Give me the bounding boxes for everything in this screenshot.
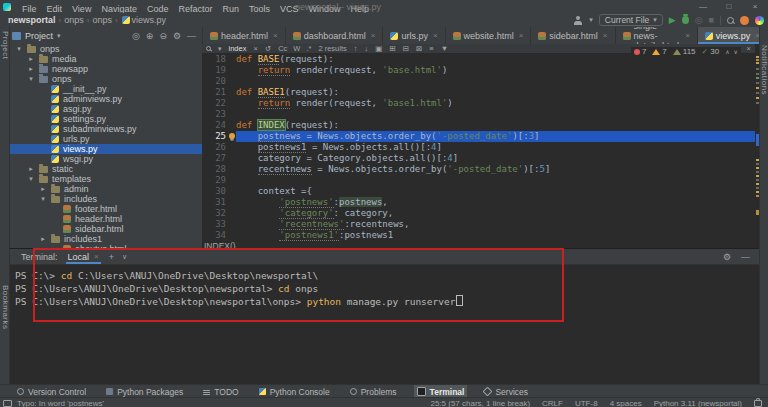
close-icon[interactable]: × — [94, 252, 99, 261]
menu-tools[interactable]: Tools — [249, 4, 270, 14]
inspection-warning[interactable]: 7 — [652, 47, 666, 56]
code-line[interactable]: 29 — [202, 175, 755, 186]
code-line[interactable]: 22 return render(request, 'base1.html') — [202, 98, 755, 109]
search-query[interactable]: index — [229, 44, 247, 53]
chevron-collapsed-icon[interactable]: ▸ — [39, 185, 47, 193]
code-line[interactable]: 32 'category': category, — [202, 208, 755, 219]
close-icon[interactable]: × — [519, 31, 524, 40]
search-everywhere-icon[interactable] — [727, 17, 734, 24]
menu-run[interactable]: Run — [222, 4, 239, 14]
promotion-icon[interactable] — [740, 16, 749, 25]
chevron-down-icon[interactable]: ∨ — [122, 253, 127, 261]
next-occurrence-icon[interactable]: ↓ — [365, 44, 369, 53]
collapse-all-icon[interactable]: ⊖ — [159, 31, 167, 41]
project-panel-title[interactable]: Project — [25, 31, 53, 41]
code-line[interactable]: 30 context ={ — [202, 186, 755, 197]
code-line[interactable]: 33 'recentnews':recentnews, — [202, 219, 755, 230]
tab-dashboard-html[interactable]: dashboard.html× — [286, 27, 384, 44]
debug-button[interactable] — [682, 16, 689, 24]
search-toggle-cc[interactable]: Cc — [278, 44, 287, 53]
status-file-encoding[interactable]: UTF-8 — [575, 399, 598, 407]
run-button[interactable]: ▶ — [669, 16, 676, 25]
tree-item-header-html[interactable]: header.html — [9, 214, 202, 224]
menu-edit[interactable]: Edit — [47, 4, 63, 14]
editor-breadcrumb[interactable]: INDEX() — [204, 241, 236, 248]
menu-view[interactable]: View — [72, 4, 91, 14]
chevron-collapsed-icon[interactable]: ▸ — [39, 235, 47, 243]
inspection-error[interactable]: 7 — [634, 47, 646, 56]
run-configuration-select[interactable]: Current File ▾ — [599, 14, 663, 26]
search-options-icon[interactable]: ≡ — [429, 44, 433, 53]
code-line[interactable]: 34 'postnews1':postnews1 — [202, 230, 755, 241]
breadcrumb-item[interactable]: views.py — [132, 15, 167, 25]
chevron-collapsed-icon[interactable]: ▸ — [27, 55, 35, 63]
bookmarks-strip-tab[interactable]: Bookmarks — [1, 285, 10, 330]
chevron-expanded-icon[interactable]: ▾ — [27, 75, 35, 83]
locate-file-icon[interactable]: ◎ — [132, 31, 140, 41]
chevron-down-icon[interactable]: ▾ — [218, 45, 222, 53]
previous-occurrence-icon[interactable]: ↑ — [354, 44, 358, 53]
tree-item-urls-py[interactable]: urls.py — [9, 134, 202, 144]
status-line-separator[interactable]: CRLF — [542, 399, 563, 407]
settings-icon[interactable]: ⚙ — [173, 31, 181, 41]
code-editor[interactable]: ▾ index × ↺ CcW.* 2 results ↑ ↓ ▣ ⊞ ⊟ ⊠ … — [202, 44, 755, 248]
tree-item-subadminviews-py[interactable]: subadminviews.py — [9, 124, 202, 134]
chevron-collapsed-icon[interactable]: ▸ — [27, 65, 35, 73]
code-line[interactable]: 21def BASE1(request): — [202, 87, 755, 98]
tab-website-html[interactable]: website.html× — [446, 27, 532, 44]
menu-navigate[interactable]: Navigate — [101, 4, 137, 14]
tab-sidebar-html[interactable]: sidebar.html× — [531, 27, 615, 44]
code-line[interactable]: 27 category = Category.objects.all()[:4] — [202, 153, 755, 164]
status-python-interpreter[interactable]: Python 3.11 (newsportal) — [654, 399, 742, 407]
hide-panel-icon[interactable]: — — [187, 31, 196, 41]
code-line[interactable]: 23 — [202, 109, 755, 120]
status-caret-position[interactable]: 25:5 (57 chars, 1 line break) — [430, 399, 530, 407]
tree-item-adminviews-py[interactable]: adminviews.py — [9, 94, 202, 104]
close-find-bar-icon[interactable]: × — [747, 44, 751, 53]
code-line[interactable]: 24def INDEX(request): — [202, 120, 755, 131]
expand-all-icon[interactable]: ⊕ — [146, 31, 154, 41]
code-area[interactable]: 18def BASE(request):19 return render(req… — [202, 54, 755, 241]
new-terminal-session-icon[interactable]: + — [109, 252, 114, 262]
breadcrumb-item[interactable]: newsportal — [8, 15, 56, 25]
tree-item-views-py[interactable]: views.py — [9, 144, 202, 154]
menu-file[interactable]: File — [22, 4, 37, 14]
tree-item-wsgi-py[interactable]: wsgi.py — [9, 154, 202, 164]
inspection-ok[interactable]: ✓30 — [702, 47, 720, 56]
hide-terminal-icon[interactable]: — — [741, 252, 750, 262]
exclude-selection-icon[interactable]: ⊠ — [416, 44, 422, 53]
code-line[interactable]: 26 postnews1 = News.objects.all()[:4] — [202, 142, 755, 153]
tree-item-includes[interactable]: ▾includes — [9, 194, 202, 204]
tab-views-py[interactable]: views.py× — [698, 27, 768, 44]
next-problem-icon[interactable]: ∨ — [734, 48, 738, 55]
menu-refactor[interactable]: Refactor — [178, 4, 212, 14]
status-indent-style[interactable]: 4 spaces — [610, 399, 642, 407]
close-icon[interactable]: × — [273, 31, 278, 40]
project-strip-tab[interactable]: Project — [1, 31, 10, 59]
user-account-icon[interactable] — [574, 16, 583, 25]
close-icon[interactable]: × — [685, 31, 690, 40]
terminal-tab-local[interactable]: Local × — [66, 249, 101, 264]
tree-item-sidebar-html[interactable]: sidebar.html — [9, 224, 202, 234]
ai-assistant-icon[interactable] — [755, 16, 764, 25]
tree-item--init-py[interactable]: __init__.py — [9, 84, 202, 94]
maximize-icon[interactable]: □ — [716, 0, 742, 13]
terminal-output[interactable]: PS C:\> cd C:\Users\ANUJ\OneDrive\Deskto… — [9, 265, 760, 308]
previous-problem-icon[interactable]: ∧ — [725, 48, 729, 55]
write-access-icon[interactable] — [754, 400, 762, 407]
menu-code[interactable]: Code — [147, 4, 169, 14]
terminal-settings-icon[interactable]: ⚙ — [723, 252, 731, 262]
filter-icon[interactable]: ▼ — [441, 44, 448, 53]
breadcrumb-item[interactable]: onps — [92, 15, 112, 25]
search-history-icon[interactable]: ↺ — [265, 44, 271, 53]
chevron-expanded-icon[interactable]: ▾ — [27, 175, 35, 183]
close-icon[interactable]: × — [603, 31, 608, 40]
tree-item-onps[interactable]: ▾onps — [9, 74, 202, 84]
tree-item-media[interactable]: ▸media — [9, 54, 202, 64]
tree-item-newsapp[interactable]: ▸newsapp — [9, 64, 202, 74]
code-line[interactable]: 25 postnews = News.objects.order_by('-po… — [202, 131, 755, 142]
inspections-widget[interactable]: 77115✓30∧∨ — [631, 47, 741, 56]
notifications-strip-tab[interactable]: Notifications — [760, 45, 768, 95]
chevron-down-icon[interactable]: ▾ — [57, 32, 61, 40]
close-icon[interactable]: × — [433, 31, 438, 40]
